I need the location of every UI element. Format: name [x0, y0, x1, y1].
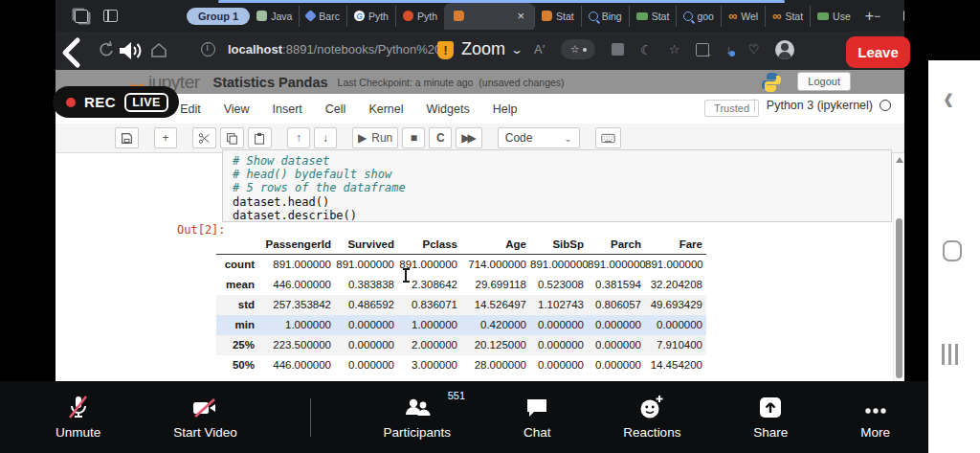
reactions-button[interactable]: Reactions	[623, 395, 680, 440]
workspaces-icon[interactable]	[75, 10, 88, 23]
code-line: # Show dataset	[233, 154, 881, 168]
browser-tab-active[interactable]: ×	[444, 3, 534, 30]
move-cell-up-button[interactable]: ↑	[287, 127, 310, 148]
new-tab-button[interactable]: +	[865, 8, 874, 25]
run-button[interactable]: ▶Run	[352, 127, 398, 148]
tab-label: Wel	[741, 11, 758, 22]
warning-shield-icon: !	[437, 41, 454, 59]
video-off-icon	[190, 395, 219, 420]
scroll-up-arrow[interactable]	[896, 157, 903, 163]
start-video-button[interactable]: Start Video	[173, 395, 237, 440]
browser-tab[interactable]: Bing	[581, 6, 629, 27]
browser-tab[interactable]: Stat	[534, 6, 581, 27]
restart-kernel-button[interactable]: C	[429, 127, 452, 148]
browser-tab[interactable]: Wel	[721, 6, 765, 27]
menu-insert[interactable]: Insert	[273, 102, 302, 116]
menu-edit[interactable]: Edit	[180, 102, 201, 116]
meeting-title-dropdown[interactable]: Zoom⌄	[461, 39, 522, 59]
favorites-pill-icon[interactable]: ☆	[561, 39, 595, 59]
tab-favicon	[728, 11, 737, 21]
browser-tab[interactable]: Use	[810, 6, 858, 27]
profile-avatar[interactable]	[775, 40, 794, 59]
control-label: More	[860, 425, 890, 440]
browser-tab-bar: Group 1 Java Barc Pyth Pyth × Stat Bing …	[56, 0, 904, 32]
kernel-status-icon	[880, 100, 891, 111]
interrupt-kernel-button[interactable]: ■	[402, 127, 425, 148]
col-header: PassengerId	[258, 236, 335, 254]
leave-button[interactable]: Leave	[846, 36, 910, 68]
scrollbar-thumb[interactable]	[896, 218, 902, 378]
notebook-area: # Show dataset # head() bydefault show #…	[56, 153, 904, 381]
table-row: 25% 223.500000 0.000000 2.000000 20.1250…	[216, 335, 706, 355]
browser-tab[interactable]: Barc	[299, 6, 346, 27]
android-back-icon[interactable]: ‹	[944, 78, 953, 119]
table-row: count 891.000000 891.000000 891.000000 7…	[216, 255, 706, 275]
browser-tab[interactable]: Stat	[765, 6, 810, 27]
participants-button[interactable]: 551 Participants	[384, 395, 452, 440]
table-row: mean 446.000000 0.383838 2.308642 29.699…	[216, 275, 706, 295]
maximize-button[interactable]	[903, 11, 904, 21]
col-header: Parch	[588, 236, 645, 254]
phone-screen: Group 1 Java Barc Pyth Pyth × Stat Bing …	[0, 0, 980, 453]
more-button[interactable]: More	[860, 395, 890, 440]
logout-button[interactable]: Logout	[797, 72, 851, 91]
menu-view[interactable]: View	[224, 102, 250, 116]
minimize-button[interactable]: −	[874, 10, 880, 23]
paste-cell-button[interactable]	[248, 127, 272, 148]
move-cell-down-button[interactable]: ↓	[314, 127, 337, 148]
tab-favicon	[304, 10, 317, 22]
control-label: Reactions	[623, 425, 680, 440]
participants-count-badge: 551	[448, 390, 465, 401]
command-palette-button[interactable]	[595, 127, 621, 148]
font-size-icon[interactable]: A′	[534, 42, 545, 57]
url-field[interactable]: localhost:8891/notebooks/Python%20Exerci…	[228, 42, 453, 57]
browser-tab[interactable]: Pyth	[395, 6, 444, 27]
copilot-icon[interactable]: ☾	[640, 42, 653, 57]
unmute-button[interactable]: Unmute	[56, 395, 100, 440]
smiley-plus-icon	[638, 395, 665, 420]
copy-cell-button[interactable]	[220, 127, 244, 148]
speaker-icon[interactable]	[115, 37, 147, 64]
browser-tab[interactable]: Pyth	[346, 6, 395, 27]
back-chevron-icon[interactable]	[57, 35, 84, 70]
browser-toolbar-icons: A′ ☆ ☾ ☆ ↓ ♡	[534, 39, 794, 59]
add-cell-button[interactable]: +	[154, 127, 177, 148]
tab-close-icon[interactable]: ×	[517, 9, 524, 23]
menu-help[interactable]: Help	[493, 102, 518, 116]
save-button[interactable]	[115, 127, 139, 148]
home-icon[interactable]	[149, 41, 168, 59]
browser-essentials-icon[interactable]: ♡	[748, 42, 760, 57]
menu-widgets[interactable]: Widgets	[427, 102, 470, 116]
menu-kernel[interactable]: Kernel	[368, 102, 403, 116]
downloads-icon[interactable]: ↓	[725, 42, 732, 57]
share-button[interactable]: Share	[753, 395, 788, 440]
notebook-scrollbar[interactable]	[893, 153, 903, 381]
chat-button[interactable]: Chat	[523, 395, 551, 440]
tab-favicon	[636, 12, 648, 20]
site-info-icon[interactable]	[201, 42, 215, 57]
col-header: Age	[461, 236, 530, 254]
collections-icon[interactable]	[696, 43, 709, 57]
browser-tab[interactable]: Java	[250, 6, 299, 27]
tab-label: Java	[271, 11, 292, 22]
android-home-icon[interactable]	[943, 240, 962, 261]
android-recents-icon[interactable]	[942, 344, 958, 365]
table-row-highlighted: min 1.000000 0.000000 1.000000 0.420000 …	[216, 315, 706, 335]
favorites-icon[interactable]: ☆	[669, 42, 680, 57]
refresh-icon[interactable]	[98, 40, 113, 57]
code-cell-input[interactable]: # Show dataset # head() bydefault show #…	[222, 149, 892, 222]
control-label: Share	[753, 425, 788, 440]
tab-group-label[interactable]: Group 1	[187, 8, 250, 25]
cell-type-select[interactable]: Code⌄	[498, 127, 580, 148]
browser-tab[interactable]: Stat	[629, 6, 677, 27]
split-screen-icon[interactable]	[612, 43, 624, 56]
browser-tab[interactable]: goo	[676, 6, 721, 27]
restart-run-all-button[interactable]: ▶▶	[456, 127, 481, 148]
tab-actions-icon[interactable]	[103, 10, 118, 22]
kernel-name: Python 3 (ipykernel)	[767, 99, 873, 112]
code-line: dataset.head()	[233, 195, 881, 209]
notebook-title[interactable]: Statistics Pandas	[213, 75, 328, 90]
menu-cell[interactable]: Cell	[325, 102, 346, 116]
cut-cell-button[interactable]	[192, 127, 216, 148]
participants-icon: 551	[403, 395, 432, 420]
